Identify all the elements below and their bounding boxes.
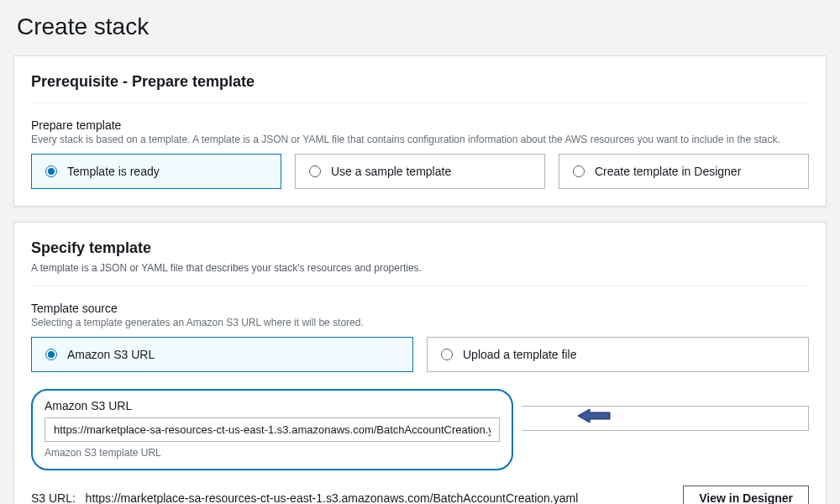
template-source-label: Template source — [31, 302, 809, 315]
s3-url-highlight: Amazon S3 URL Amazon S3 template URL — [31, 389, 513, 470]
s3-url-prefix: S3 URL: — [31, 491, 76, 504]
divider — [31, 102, 809, 103]
option-label: Upload a template file — [463, 348, 576, 361]
option-s3-url[interactable]: Amazon S3 URL — [31, 337, 413, 372]
s3-url-label: Amazon S3 URL — [45, 399, 500, 412]
prepare-template-label: Prepare template — [31, 118, 809, 132]
arrow-annotation-icon — [578, 407, 612, 424]
option-label: Create template in Designer — [595, 165, 741, 178]
option-use-sample[interactable]: Use a sample template — [295, 154, 545, 189]
radio-icon — [573, 165, 585, 177]
view-in-designer-button[interactable]: View in Designer — [683, 486, 809, 504]
page-title: Create stack — [13, 13, 827, 40]
option-upload-file[interactable]: Upload a template file — [427, 337, 809, 372]
divider — [31, 286, 809, 286]
template-source-options: Amazon S3 URL Upload a template file — [31, 337, 809, 372]
prerequisite-title: Prerequisite - Prepare template — [31, 73, 809, 91]
s3-url-value: https://marketplace-sa-resources-ct-us-e… — [86, 491, 579, 504]
svg-marker-0 — [578, 409, 610, 423]
s3-url-display: S3 URL: https://marketplace-sa-resources… — [31, 491, 578, 504]
radio-icon — [45, 349, 57, 360]
s3-url-help: Amazon S3 template URL — [45, 447, 500, 459]
prepare-template-options: Template is ready Use a sample template … — [31, 154, 809, 189]
specify-title: Specify template — [31, 239, 809, 257]
radio-icon — [45, 165, 57, 177]
s3-url-input[interactable] — [45, 417, 500, 442]
radio-icon — [441, 349, 453, 360]
template-source-help: Selecting a template generates an Amazon… — [31, 317, 809, 328]
specify-desc: A template is a JSON or YAML file that d… — [31, 262, 809, 274]
option-label: Template is ready — [67, 165, 160, 178]
option-create-in-designer[interactable]: Create template in Designer — [559, 154, 809, 189]
radio-icon — [309, 165, 321, 177]
option-template-ready[interactable]: Template is ready — [31, 154, 281, 189]
prepare-template-help: Every stack is based on a template. A te… — [31, 134, 809, 145]
prerequisite-panel: Prerequisite - Prepare template Prepare … — [13, 55, 827, 207]
s3-url-display-row: S3 URL: https://marketplace-sa-resources… — [31, 486, 809, 504]
specify-template-panel: Specify template A template is a JSON or… — [13, 222, 827, 504]
option-label: Amazon S3 URL — [67, 348, 155, 361]
option-label: Use a sample template — [331, 165, 451, 178]
